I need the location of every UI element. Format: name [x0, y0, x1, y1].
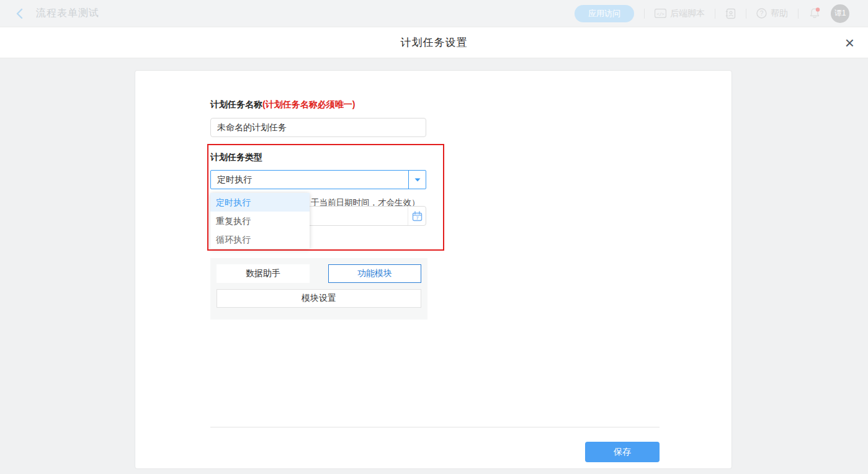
- back-icon[interactable]: [15, 7, 25, 20]
- app-header-right: 应用访问 </> 后端脚本: [575, 4, 849, 23]
- calendar-picker-button[interactable]: 7: [408, 207, 426, 225]
- header-divider: [746, 9, 746, 19]
- save-button[interactable]: 保存: [585, 442, 660, 462]
- backend-script-label: 后端脚本: [670, 8, 705, 19]
- header-divider: [715, 9, 715, 19]
- code-icon: </>: [655, 9, 666, 18]
- help-label: 帮助: [771, 8, 788, 19]
- task-type-selected-value: 定时执行: [211, 171, 408, 189]
- address-book-icon: [725, 8, 736, 19]
- module-settings-button[interactable]: 模块设置: [217, 289, 421, 308]
- help-icon: ?: [756, 8, 767, 19]
- header-divider: [798, 9, 799, 19]
- task-name-label-text: 计划任务名称: [210, 99, 262, 109]
- chevron-down-icon: [414, 178, 421, 182]
- close-icon[interactable]: ×: [845, 35, 854, 51]
- dialog-header: 计划任务设置 ×: [0, 27, 868, 58]
- select-caret-button[interactable]: [408, 171, 426, 189]
- function-module-button[interactable]: 功能模块: [328, 264, 421, 283]
- app-title: 流程表单测试: [36, 7, 99, 20]
- task-type-label: 计划任务类型: [210, 152, 262, 163]
- notifications-button[interactable]: [808, 7, 821, 20]
- data-assistant-button[interactable]: 数据助手: [217, 264, 310, 283]
- notification-badge: [816, 7, 820, 11]
- dropdown-option-loop[interactable]: 循环执行: [210, 230, 310, 249]
- address-book-button[interactable]: [725, 8, 736, 19]
- app-header: 流程表单测试 应用访问 </> 后端脚本: [0, 0, 868, 27]
- calendar-icon: 7: [412, 211, 423, 221]
- settings-card: 计划任务名称(计划任务名称必须唯一) 计划任务类型 定时执行 于当前日期时间，才…: [135, 70, 732, 469]
- app-header-left: 流程表单测试: [15, 7, 99, 20]
- page: 流程表单测试 应用访问 </> 后端脚本: [0, 0, 868, 474]
- task-type-dropdown: 定时执行 重复执行 循环执行: [210, 193, 310, 249]
- header-divider: [644, 9, 645, 19]
- dropdown-option-timed[interactable]: 定时执行: [210, 193, 310, 212]
- task-name-input[interactable]: [210, 118, 426, 137]
- app-access-button[interactable]: 应用访问: [575, 5, 634, 22]
- dropdown-option-repeat[interactable]: 重复执行: [210, 212, 310, 230]
- backend-script-button[interactable]: </> 后端脚本: [655, 8, 705, 19]
- task-name-label: 计划任务名称(计划任务名称必须唯一): [210, 99, 355, 110]
- svg-text:?: ?: [760, 10, 764, 17]
- task-type-select[interactable]: 定时执行: [210, 170, 426, 189]
- avatar[interactable]: 谭1: [831, 4, 849, 23]
- bell-icon: [808, 7, 821, 20]
- module-panel: 数据助手 功能模块 模块设置: [210, 258, 427, 320]
- svg-text:7: 7: [416, 215, 418, 221]
- dialog-title: 计划任务设置: [401, 35, 468, 50]
- help-button[interactable]: ? 帮助: [756, 8, 788, 19]
- svg-text:</>: </>: [656, 12, 664, 17]
- task-name-required-note: (计划任务名称必须唯一): [262, 99, 355, 109]
- footer-divider: [210, 427, 660, 427]
